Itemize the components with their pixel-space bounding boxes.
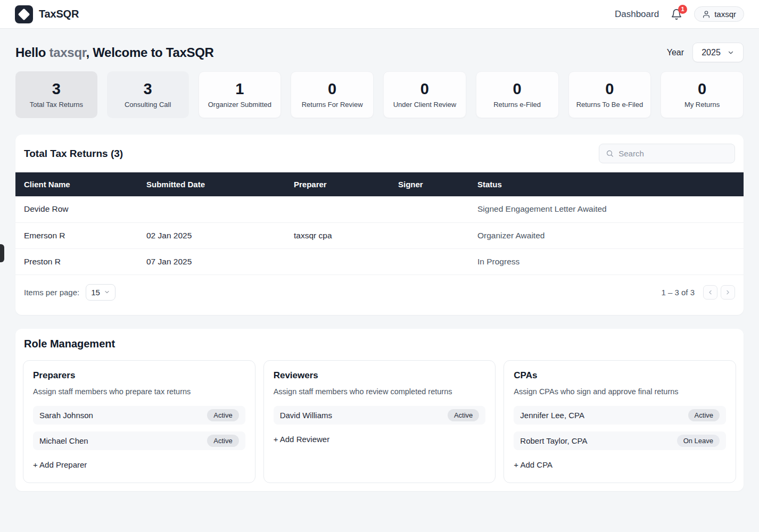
page-greeting: Hello taxsqr, Welcome to TaxSQR bbox=[15, 45, 214, 60]
member-name: Sarah Johnson bbox=[39, 411, 93, 420]
chevron-left-icon bbox=[707, 289, 714, 296]
member-row[interactable]: David Williams Active bbox=[274, 406, 486, 425]
user-label: taxsqr bbox=[714, 10, 736, 19]
add-reviewer-button[interactable]: + Add Reviewer bbox=[274, 435, 329, 444]
stat-value: 0 bbox=[420, 81, 429, 97]
table-header-row: Client Name Submitted Date Preparer Sign… bbox=[15, 172, 744, 196]
stats-row: 3 Total Tax Returns 3 Consulting Call 1 … bbox=[15, 71, 744, 118]
cpas-card: CPAs Assign CPAs who sign and approve fi… bbox=[504, 360, 736, 483]
stat-card-under-client-review[interactable]: 0 Under Client Review bbox=[383, 71, 466, 118]
search-input[interactable] bbox=[618, 149, 728, 158]
tax-returns-table: Client Name Submitted Date Preparer Sign… bbox=[15, 172, 744, 275]
status-badge: Active bbox=[207, 435, 238, 447]
stat-card-my-returns[interactable]: 0 My Returns bbox=[661, 71, 744, 118]
cell-status: Signed Engagement Letter Awaited bbox=[469, 196, 744, 222]
user-menu-button[interactable]: taxsqr bbox=[694, 6, 744, 22]
cell-client: Preston R bbox=[15, 248, 138, 275]
status-badge: Active bbox=[688, 409, 720, 421]
stat-label: My Returns bbox=[684, 101, 720, 109]
reviewers-card: Reviewers Assign staff members who revie… bbox=[263, 360, 496, 483]
stat-value: 3 bbox=[144, 81, 152, 97]
brand-name: TaxSQR bbox=[39, 8, 79, 20]
status-badge: Active bbox=[448, 409, 479, 421]
member-row[interactable]: Sarah Johnson Active bbox=[33, 406, 245, 425]
cell-signer bbox=[390, 196, 469, 222]
stat-card-organizer-submitted[interactable]: 1 Organizer Submitted bbox=[199, 71, 282, 118]
nav-dashboard-link[interactable]: Dashboard bbox=[615, 9, 659, 20]
greeting-username: taxsqr bbox=[50, 45, 86, 60]
role-management-title: Role Management bbox=[24, 338, 736, 350]
column-client-name: Client Name bbox=[15, 172, 138, 196]
stat-value: 0 bbox=[698, 81, 706, 97]
column-submitted-date: Submitted Date bbox=[138, 172, 285, 196]
stat-label: Consulting Call bbox=[125, 101, 171, 109]
search-box[interactable] bbox=[599, 144, 735, 163]
member-row[interactable]: Robert Taylor, CPA On Leave bbox=[514, 431, 726, 450]
cell-date: 07 Jan 2025 bbox=[138, 248, 285, 275]
column-signer: Signer bbox=[390, 172, 469, 196]
cell-signer bbox=[390, 222, 469, 248]
items-per-page-select[interactable]: 15 bbox=[86, 284, 116, 301]
cell-date: 02 Jan 2025 bbox=[138, 222, 285, 248]
year-select[interactable]: 2025 bbox=[692, 43, 744, 62]
stat-label: Returns e-Filed bbox=[493, 101, 541, 109]
column-preparer: Preparer bbox=[285, 172, 390, 196]
table-row[interactable]: Devide Row Signed Engagement Letter Awai… bbox=[15, 196, 744, 222]
top-navbar: TaxSQR Dashboard 1 taxsqr bbox=[0, 0, 759, 29]
notification-count-badge: 1 bbox=[678, 5, 687, 14]
cell-preparer bbox=[285, 196, 390, 222]
cell-status: In Progress bbox=[469, 248, 744, 275]
next-page-button[interactable] bbox=[721, 285, 735, 300]
chevron-down-icon bbox=[104, 289, 110, 295]
pagination-range: 1 – 3 of 3 bbox=[661, 288, 695, 297]
stat-label: Total Tax Returns bbox=[30, 101, 83, 109]
stat-value: 1 bbox=[235, 81, 244, 97]
cell-signer bbox=[390, 248, 469, 275]
stat-label: Organizer Submitted bbox=[208, 101, 271, 109]
cpas-subtitle: Assign CPAs who sign and approve final r… bbox=[514, 387, 726, 396]
table-title: Total Tax Returns (3) bbox=[24, 148, 123, 160]
cell-preparer bbox=[285, 248, 390, 275]
add-cpa-button[interactable]: + Add CPA bbox=[514, 460, 552, 469]
cell-client: Emerson R bbox=[15, 222, 138, 248]
sidebar-drawer-handle[interactable] bbox=[0, 244, 4, 262]
stat-label: Returns For Review bbox=[302, 101, 363, 109]
stat-card-total-tax-returns[interactable]: 3 Total Tax Returns bbox=[15, 71, 97, 118]
status-badge: On Leave bbox=[677, 435, 720, 447]
brand[interactable]: TaxSQR bbox=[15, 5, 79, 23]
preparers-card: Preparers Assign staff members who prepa… bbox=[23, 360, 255, 483]
stat-value: 0 bbox=[513, 81, 522, 97]
search-icon bbox=[606, 149, 614, 158]
stat-value: 3 bbox=[52, 81, 61, 97]
stat-card-returns-efiled[interactable]: 0 Returns e-Filed bbox=[476, 71, 559, 118]
taxsqr-logo-icon bbox=[15, 5, 33, 23]
year-value: 2025 bbox=[702, 48, 721, 57]
reviewers-subtitle: Assign staff members who review complete… bbox=[274, 387, 486, 396]
table-row[interactable]: Emerson R 02 Jan 2025 taxsqr cpa Organiz… bbox=[15, 222, 744, 248]
member-row[interactable]: Jennifer Lee, CPA Active bbox=[514, 406, 726, 425]
year-label: Year bbox=[667, 48, 684, 57]
cpas-title: CPAs bbox=[514, 370, 726, 381]
tax-returns-panel: Total Tax Returns (3) Client Name Submit… bbox=[15, 135, 744, 315]
chevron-down-icon bbox=[727, 49, 735, 56]
preparers-title: Preparers bbox=[33, 370, 245, 381]
notifications-button[interactable]: 1 bbox=[671, 9, 682, 20]
cell-date bbox=[138, 196, 285, 222]
stat-value: 0 bbox=[605, 81, 614, 97]
table-row[interactable]: Preston R 07 Jan 2025 In Progress bbox=[15, 248, 744, 275]
stat-label: Returns To Be e-Filed bbox=[576, 101, 644, 109]
member-name: Jennifer Lee, CPA bbox=[520, 411, 584, 420]
items-per-page-label: Items per page: bbox=[24, 288, 79, 297]
add-preparer-button[interactable]: + Add Preparer bbox=[33, 460, 87, 469]
items-per-page-value: 15 bbox=[91, 288, 100, 297]
column-status: Status bbox=[469, 172, 744, 196]
stat-card-consulting-call[interactable]: 3 Consulting Call bbox=[107, 71, 189, 118]
status-badge: Active bbox=[207, 409, 238, 421]
chevron-right-icon bbox=[724, 289, 731, 296]
stat-card-returns-to-be-efiled[interactable]: 0 Returns To Be e-Filed bbox=[568, 71, 651, 118]
member-name: Robert Taylor, CPA bbox=[520, 436, 587, 445]
member-name: Michael Chen bbox=[39, 436, 88, 445]
member-row[interactable]: Michael Chen Active bbox=[33, 431, 245, 450]
previous-page-button[interactable] bbox=[703, 285, 717, 300]
stat-card-returns-for-review[interactable]: 0 Returns For Review bbox=[291, 71, 374, 118]
